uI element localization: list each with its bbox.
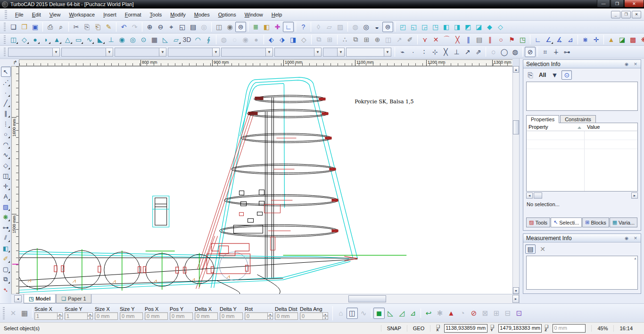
zoom-previous-icon[interactable]: ◎ <box>198 22 209 32</box>
snap-parallel-icon[interactable]: ⇗ <box>473 47 484 57</box>
wedge-icon[interactable]: ◣ <box>95 34 106 45</box>
fit-array-icon[interactable]: ⊞ <box>324 34 335 45</box>
slab-icon[interactable]: ▱ <box>171 34 182 45</box>
size-y-input[interactable]: 0 mm <box>120 312 143 320</box>
snap-divide-icon[interactable]: ∶ <box>419 47 429 57</box>
pattern-fill-icon[interactable]: ◪ <box>617 34 627 45</box>
delta-ang-spinner[interactable]: ▲▼ <box>323 312 328 320</box>
column-property[interactable]: Property <box>527 124 584 130</box>
mdi-minimize-button[interactable]: _ <box>611 11 620 18</box>
boolean-union-icon[interactable]: ◍ <box>218 34 229 45</box>
coord-z-input[interactable]: 0 mm <box>553 324 586 333</box>
sweep-icon[interactable]: ◎ <box>127 34 138 45</box>
print-icon[interactable]: ⎙ <box>45 22 56 32</box>
boolean-intersect-icon[interactable]: ◉ <box>240 34 251 45</box>
layers-icon[interactable]: ≣ <box>250 22 261 32</box>
snap-vertex-icon[interactable]: ∙ <box>408 47 419 57</box>
pick-flag-icon[interactable]: ⚑ <box>506 34 517 45</box>
no-snap-icon[interactable]: ⊘ <box>525 47 536 57</box>
property-combo-3[interactable]: ▼ <box>115 48 166 57</box>
pin-icon[interactable]: ◉ <box>623 235 630 242</box>
no-fill-mode-icon[interactable]: ⊘ <box>468 308 479 319</box>
construction-tool-icon[interactable]: ⋮ <box>1 118 11 129</box>
spiral-3d-icon[interactable]: ∮ <box>203 34 214 45</box>
menu-insert[interactable]: Insert <box>99 10 121 19</box>
rot-input[interactable]: 0 <box>245 312 268 320</box>
scale-y-spinner[interactable]: ▲▼ <box>88 312 93 320</box>
snap-aperture-icon[interactable]: ∔ <box>551 47 561 57</box>
minimize-button[interactable]: — <box>597 0 610 8</box>
property-combo-2[interactable]: ▼ <box>61 48 113 57</box>
view-top-icon[interactable]: ◧ <box>441 22 452 32</box>
arc-3d-icon[interactable]: ◠ <box>192 34 203 45</box>
draft-render-icon[interactable]: ◒ <box>372 22 382 32</box>
parallel-offset-icon[interactable]: ∥ <box>485 34 495 45</box>
grid-scroll-left[interactable]: ◄ <box>526 192 533 199</box>
delta-ang-input[interactable]: 0 <box>300 312 323 320</box>
selection-list[interactable] <box>526 82 638 111</box>
boolean-subtract-icon[interactable]: ◌ <box>229 34 240 45</box>
duplicate-tool-icon[interactable]: ⧉ <box>1 274 11 284</box>
draw-on-workplane-icon[interactable]: ◼ <box>373 308 385 319</box>
select-polygon-icon[interactable]: ◊ <box>313 22 324 32</box>
circle-tan-icon[interactable]: ○ <box>495 34 506 45</box>
object-trim-icon[interactable]: ▤ <box>474 34 485 45</box>
materials-icon[interactable]: ◧ <box>261 22 272 32</box>
select-tool-icon[interactable]: ↖ <box>1 67 11 77</box>
dimension-tool-icon[interactable]: ⫽ <box>1 233 11 243</box>
symbols-tool-icon[interactable]: ❋ <box>1 212 11 222</box>
corner-fillet-icon[interactable]: ∟ <box>532 34 543 45</box>
zoom-selection-mode-icon[interactable]: ⊡ <box>513 308 525 319</box>
measurement-list[interactable]: ▲ <box>526 256 638 290</box>
select-fence-icon[interactable]: ▨ <box>335 22 346 32</box>
rot-spinner[interactable]: ▲▼ <box>268 312 273 320</box>
helix-icon[interactable]: ∿ <box>84 34 95 45</box>
extrude-icon[interactable]: ⊥ <box>106 34 116 45</box>
format-painter-icon[interactable]: ✎ <box>103 22 114 32</box>
vscroll-thumb[interactable] <box>513 120 519 134</box>
panel-close-icon[interactable]: ✕ <box>632 61 639 67</box>
pos-y-input[interactable]: 0 mm <box>170 312 193 320</box>
menu-workspace[interactable]: Workspace <box>65 10 99 19</box>
tab-paper1[interactable]: ❏Paper 1 <box>56 294 91 303</box>
property-combo-5[interactable]: ▼ <box>221 48 273 57</box>
facet-subtract-icon[interactable]: ⬗ <box>277 34 288 45</box>
menu-options[interactable]: Options <box>214 10 240 19</box>
view-back-icon[interactable]: ◱ <box>408 22 419 32</box>
filter-funnel-icon[interactable]: ▼ <box>549 70 560 80</box>
menu-tools[interactable]: Tools <box>146 10 166 19</box>
view-left-icon[interactable]: ◲ <box>419 22 430 32</box>
menu-help[interactable]: Help <box>267 10 287 19</box>
workplane-by-world-icon[interactable]: ◺ <box>385 308 396 319</box>
tab-model[interactable]: ◳Model <box>24 294 56 303</box>
hatch-fill-icon[interactable]: ▩ <box>627 34 638 45</box>
chevron-down-icon[interactable]: ▼ <box>52 48 59 56</box>
cluster-copy-icon[interactable]: ∴ <box>339 34 350 45</box>
snap-tangent-icon[interactable]: ↗ <box>462 47 473 57</box>
solid-tool-icon[interactable]: ◫ <box>1 170 11 181</box>
restore-button[interactable]: ❐ <box>611 0 624 8</box>
property-grid[interactable] <box>526 131 638 192</box>
rotated-box-icon[interactable]: ◇ <box>19 34 30 45</box>
scroll-right-button[interactable]: ► <box>512 295 519 303</box>
relative-coords-icon[interactable]: ⌂ <box>335 308 347 319</box>
view-iso-se-icon[interactable]: ◆ <box>484 22 495 32</box>
text-3d-icon[interactable]: 3D <box>182 34 192 45</box>
split-icon[interactable]: ⋎ <box>420 34 430 45</box>
facet-add-icon[interactable]: ⬖ <box>266 34 277 45</box>
view-front-icon[interactable]: ◰ <box>397 22 408 32</box>
drawing-canvas[interactable]: Pokrycie SK, Balsa 1,5 <box>19 66 512 294</box>
menu-edit[interactable]: Edit <box>28 10 45 19</box>
tab-blocks[interactable]: ⊞Blocks <box>582 217 609 227</box>
render-scene-icon[interactable]: ⊜ <box>235 22 246 32</box>
snap-grid-icon[interactable]: ⌗ <box>540 47 551 57</box>
spark-cursor-icon[interactable]: ✱ <box>434 308 446 319</box>
explode-icon[interactable]: ⋇ <box>580 34 591 45</box>
property-combo-6[interactable]: ▼ <box>274 48 322 57</box>
view-bottom-icon[interactable]: ◨ <box>452 22 462 32</box>
select-window-icon[interactable]: ▱ <box>324 22 335 32</box>
snap-center-icon[interactable]: ◌ <box>488 47 499 57</box>
new-icon[interactable]: ❏ <box>8 22 19 32</box>
hscroll-thumb[interactable] <box>348 295 386 302</box>
snap-arc-center-icon[interactable]: ◍ <box>510 47 520 57</box>
